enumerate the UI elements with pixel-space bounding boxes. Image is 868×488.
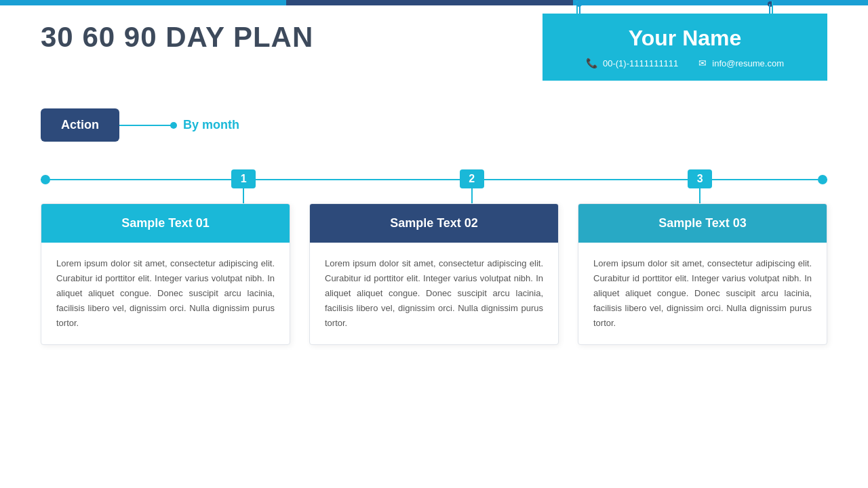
cards-section: Sample Text 01 Lorem ipsum dolor sit ame…	[41, 203, 827, 345]
timeline-dot-end	[818, 175, 827, 184]
card-arrow-1	[156, 203, 175, 204]
card-arrow-2	[425, 203, 443, 204]
user-name: Your Name	[563, 26, 807, 51]
card-3: Sample Text 03 Lorem ipsum dolor sit ame…	[578, 203, 827, 345]
card-body-3: Lorem ipsum dolor sit amet, consectetur …	[578, 243, 827, 344]
timeline-marker-1: 1	[231, 169, 256, 188]
email-address: info@resume.com	[712, 58, 784, 68]
line-right	[769, 4, 770, 14]
header: 30 60 90 DAY PLAN Your Name 📞 00-(1)-111…	[41, 14, 827, 81]
email-item: ✉ info@resume.com	[698, 58, 784, 68]
action-line	[119, 125, 174, 126]
marker-box-1: 1	[231, 169, 256, 188]
card-header-3: Sample Text 03	[578, 204, 827, 243]
page-title: 30 60 90 DAY PLAN	[41, 14, 313, 54]
email-icon: ✉	[698, 58, 707, 68]
contact-row: 📞 00-(1)-1111111111 ✉ info@resume.com	[563, 58, 807, 68]
card-header-2: Sample Text 02	[310, 204, 558, 243]
card-header-1: Sample Text 01	[41, 204, 290, 243]
card-body-2: Lorem ipsum dolor sit amet, consectetur …	[310, 243, 558, 344]
phone-number: 00-(1)-1111111111	[603, 58, 678, 68]
timeline-marker-3: 3	[688, 169, 712, 188]
phone-item: 📞 00-(1)-1111111111	[586, 58, 678, 68]
timeline-marker-2: 2	[460, 169, 484, 188]
timeline-section: 1 2 3	[41, 169, 827, 190]
card-1: Sample Text 01 Lorem ipsum dolor sit ame…	[41, 203, 290, 345]
card-2: Sample Text 02 Lorem ipsum dolor sit ame…	[309, 203, 559, 345]
by-month-label: By month	[183, 118, 239, 132]
timeline-dot-start	[41, 175, 50, 184]
name-card: Your Name 📞 00-(1)-1111111111 ✉ info@res…	[542, 14, 827, 81]
marker-box-2: 2	[460, 169, 484, 188]
action-button[interactable]: Action	[41, 108, 119, 142]
card-body-1: Lorem ipsum dolor sit amet, consectetur …	[41, 243, 290, 344]
action-dot	[170, 122, 177, 129]
line-left	[579, 4, 580, 14]
action-area: Action By month	[41, 108, 239, 142]
phone-icon: 📞	[586, 58, 597, 68]
card-arrow-3	[693, 203, 712, 204]
top-bar	[0, 0, 868, 5]
marker-box-3: 3	[688, 169, 712, 188]
timeline-markers: 1 2 3	[41, 169, 827, 190]
